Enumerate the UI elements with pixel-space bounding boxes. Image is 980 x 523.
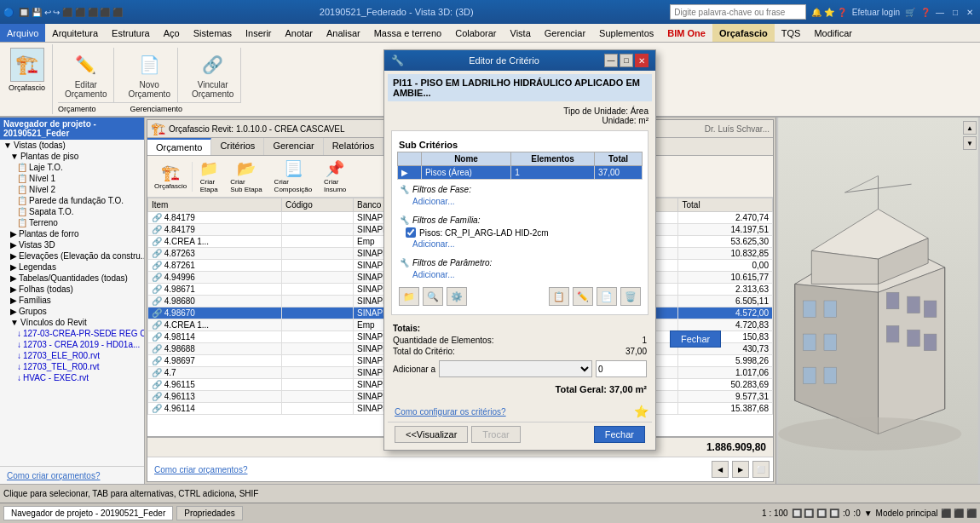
- tree-vinculos-5[interactable]: ↓HVAC - EXEC.rvt: [0, 372, 144, 383]
- toolbar-criar-subetapa[interactable]: 📂 CriarSub Etapa: [225, 158, 267, 195]
- adicionar-parametro-link[interactable]: Adicionar...: [399, 269, 641, 280]
- configurar-criterios-link[interactable]: Como configurar os critérios?: [391, 405, 510, 418]
- tree-parede[interactable]: 📋Parede da fundação T.O.: [0, 195, 144, 206]
- tab-relatorios[interactable]: Relatórios: [324, 138, 384, 155]
- tree-legendas[interactable]: ▶Legendas: [0, 262, 144, 273]
- bottom-tab-navigator[interactable]: Navegador de projeto - 20190521_Feder: [3, 506, 173, 520]
- tool-btn-5[interactable]: ✏️: [573, 287, 593, 306]
- cell-item: 🔗 4.CREA 1...: [148, 319, 282, 331]
- criar-orcamentos-link[interactable]: Como criar orçamentos?: [151, 463, 251, 476]
- scroll-up-btn[interactable]: ▲: [963, 121, 977, 135]
- tree-folhas[interactable]: ▶Folhas (todas): [0, 284, 144, 295]
- menu-tqs[interactable]: TQS: [775, 24, 808, 42]
- icon-btn-2[interactable]: ▶: [732, 461, 749, 478]
- tree-familias[interactable]: ▶Famílias: [0, 295, 144, 306]
- dialog-min-btn[interactable]: —: [604, 54, 618, 67]
- menu-bimone[interactable]: BIM One: [660, 24, 712, 42]
- tool-btn-1[interactable]: 📁: [399, 287, 419, 306]
- tree-laje[interactable]: 📋Laje T.O.: [0, 162, 144, 173]
- tab-orcamento[interactable]: Orçamento: [147, 138, 211, 155]
- tab-gerenciar[interactable]: Gerenciar: [264, 138, 323, 155]
- adicionar-input[interactable]: [596, 360, 647, 377]
- criar-insumo-icon: 📌: [326, 159, 344, 178]
- ribbon-novo-group[interactable]: 📄 NovoOrçamento: [121, 48, 177, 102]
- tab-criterios[interactable]: Critérios: [211, 138, 264, 155]
- visualizar-btn[interactable]: <<Visualizar: [395, 426, 468, 443]
- toolbar-orcafascio[interactable]: 🏗️ Orçafascio: [149, 162, 193, 192]
- menu-arquivo[interactable]: Arquivo: [0, 24, 45, 42]
- orcafascio-logo-icon: 🏗️: [10, 48, 44, 82]
- trocar-btn[interactable]: Trocar: [471, 426, 520, 443]
- adicionar-select[interactable]: [439, 360, 592, 377]
- tree-vinculos-2[interactable]: ↓12703 - CREA 2019 - HD01a...: [0, 339, 144, 350]
- icon-btn-1[interactable]: ◀: [712, 461, 729, 478]
- tool-btn-3[interactable]: ⚙️: [447, 287, 467, 306]
- dialog-close-btn[interactable]: ✕: [635, 54, 649, 67]
- create-orcamento-link[interactable]: Como criar orçamentos?: [3, 469, 103, 482]
- model-dropdown[interactable]: ▼: [864, 509, 873, 518]
- cell-item: 🔗 4.CREA 1...: [148, 236, 282, 248]
- dialog-max-btn[interactable]: □: [620, 54, 633, 67]
- adicionar-row: Adicionar a: [389, 357, 650, 381]
- toolbar-criar-etapa[interactable]: 📁 CriarEtapa: [194, 158, 223, 195]
- tree-nivel1[interactable]: 📋Nível 1: [0, 173, 144, 184]
- menu-massa[interactable]: Massa e terreno: [367, 24, 448, 42]
- tree-grupos[interactable]: ▶Grupos: [0, 306, 144, 317]
- close-button[interactable]: ✕: [963, 6, 977, 19]
- tree-vistas[interactable]: ▼Vistas (todas): [0, 140, 144, 151]
- tree-plantas-piso[interactable]: ▼Plantas de piso: [0, 151, 144, 162]
- maximize-button[interactable]: □: [949, 6, 961, 19]
- tool-btn-7[interactable]: 🗑️: [620, 287, 641, 306]
- tree-elevacoes[interactable]: ▶Elevações (Elevação da constru...: [0, 250, 144, 262]
- fechar-dialog-btn[interactable]: Fechar: [594, 426, 645, 443]
- tree-plantas-forro[interactable]: ▶Plantas de forro: [0, 228, 144, 239]
- tree-vinculos-1[interactable]: ↓127-03-CREA-PR-SEDE REG C...: [0, 328, 144, 339]
- tree-vinculos[interactable]: ▼Vínculos do Revit: [0, 317, 144, 328]
- tree-vinculos-3[interactable]: ↓12703_ELE_R00.rvt: [0, 350, 144, 361]
- login-label[interactable]: Efetuar login: [852, 8, 900, 17]
- menu-suplementos[interactable]: Suplementos: [592, 24, 660, 42]
- criar-etapa-label: CriarEtapa: [200, 178, 218, 193]
- editor-criterio-dialog[interactable]: 🔧 Editor de Critério — □ ✕ PI11 - PISO E…: [383, 49, 656, 451]
- familia-checkbox[interactable]: [406, 227, 416, 238]
- adicionar-fase-link[interactable]: Adicionar...: [399, 196, 641, 207]
- toolbar-criar-insumo[interactable]: 📌 CriarInsumo: [319, 158, 351, 195]
- sub-table-row[interactable]: ▶ Pisos (Área) 1 37,00: [398, 166, 643, 180]
- tree-vistas3d[interactable]: ▶Vistas 3D: [0, 239, 144, 250]
- menu-analisar[interactable]: Analisar: [320, 24, 367, 42]
- menu-aco[interactable]: Aço: [157, 24, 187, 42]
- tool-btn-4[interactable]: 📋: [549, 287, 569, 306]
- menu-inserir[interactable]: Inserir: [239, 24, 279, 42]
- menu-modificar[interactable]: Modificar: [807, 24, 859, 42]
- menu-estrutura[interactable]: Estrutura: [105, 24, 157, 42]
- tool-btn-2[interactable]: 🔍: [423, 287, 443, 306]
- tree-nivel2[interactable]: 📋Nível 2: [0, 184, 144, 195]
- cell-codigo: [282, 224, 354, 236]
- search-input[interactable]: [670, 4, 806, 20]
- editor-criterio-header: PI11 - PISO EM LADRILHO HIDRÁULICO APLIC…: [388, 74, 652, 101]
- bottom-tab-props[interactable]: Propriedades: [176, 506, 242, 520]
- svg-rect-18: [908, 330, 920, 347]
- menu-sistemas[interactable]: Sistemas: [187, 24, 239, 42]
- menu-anotar[interactable]: Anotar: [279, 24, 320, 42]
- qtd-elementos-row: Quantidade de Elementos: 1: [389, 335, 650, 346]
- ribbon-editar-group[interactable]: ✏️ EditarOrçamento: [58, 48, 114, 102]
- minimize-button[interactable]: —: [932, 6, 948, 19]
- menu-colaborar[interactable]: Colaborar: [448, 24, 503, 42]
- icon-btn-3[interactable]: ⬜: [752, 461, 770, 478]
- toolbar-criar-composicao[interactable]: 📃 CriarComposição: [269, 158, 317, 195]
- tree-tabelas[interactable]: ▶Tabelas/Quantidades (todas): [0, 273, 144, 284]
- tree-sapata[interactable]: 📋Sapata T.O.: [0, 206, 144, 217]
- tree-vinculos-4[interactable]: ↓12703_TEL_R00.rvt: [0, 361, 144, 372]
- tree-terreno[interactable]: 📋Terreno: [0, 217, 144, 228]
- tool-btn-6[interactable]: 📄: [597, 287, 617, 306]
- scroll-down-btn[interactable]: ▼: [963, 136, 977, 150]
- menu-vista[interactable]: Vista: [504, 24, 538, 42]
- menu-arquitetura[interactable]: Arquitetura: [45, 24, 105, 42]
- cell-item: 🔗 4.98670: [148, 307, 282, 319]
- ribbon-vincular-group[interactable]: 🔗 VincularOrçamento: [185, 48, 241, 102]
- menu-gerenciar[interactable]: Gerenciar: [538, 24, 592, 42]
- orcafascio-toolbar-label: Orçafascio: [154, 182, 187, 190]
- menu-orcafascio[interactable]: Orçafascio: [712, 24, 775, 42]
- adicionar-familia-link[interactable]: Adicionar...: [399, 239, 641, 250]
